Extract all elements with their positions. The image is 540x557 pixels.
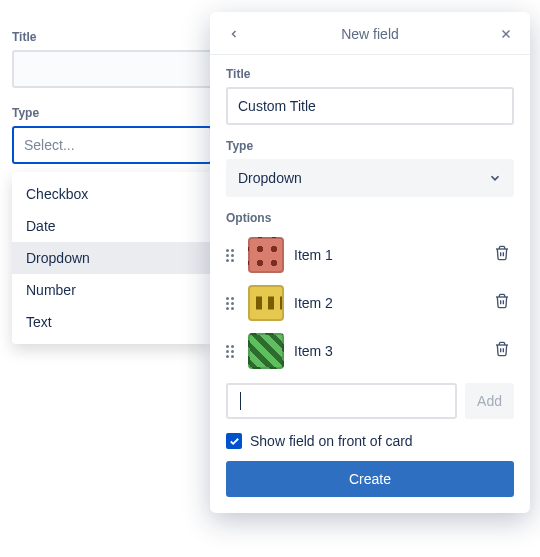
checkbox-label: Show field on front of card [250, 433, 413, 449]
option-label: Item 1 [294, 247, 484, 263]
new-field-modal: New field Title Type Dropdown Options It… [210, 12, 530, 513]
checkbox-checked[interactable] [226, 433, 242, 449]
type-select[interactable]: Select... [12, 126, 212, 164]
modal-title-label: Title [226, 67, 514, 81]
chevron-left-icon [228, 28, 240, 40]
type-label: Type [12, 106, 212, 120]
swatch-yellow[interactable] [248, 285, 284, 321]
modal-header: New field [210, 12, 530, 55]
swatch-green[interactable] [248, 333, 284, 369]
back-button[interactable] [224, 24, 244, 44]
trash-icon [494, 293, 510, 309]
option-row: Item 2 [226, 279, 514, 327]
dropdown-option-checkbox[interactable]: Checkbox [12, 178, 212, 210]
delete-button[interactable] [494, 341, 514, 361]
modal-title-input[interactable] [226, 87, 514, 125]
title-label: Title [12, 30, 212, 44]
modal-title: New field [341, 26, 399, 42]
option-row: Item 1 [226, 231, 514, 279]
delete-button[interactable] [494, 293, 514, 313]
drag-handle-icon[interactable] [226, 345, 238, 358]
drag-handle-icon[interactable] [226, 297, 238, 310]
background-form: Title Type Select... [12, 30, 212, 182]
create-button[interactable]: Create [226, 461, 514, 497]
delete-button[interactable] [494, 245, 514, 265]
modal-type-label: Type [226, 139, 514, 153]
add-option-button[interactable]: Add [465, 383, 514, 419]
select-placeholder: Select... [24, 137, 75, 153]
trash-icon [494, 341, 510, 357]
close-icon [499, 27, 513, 41]
dropdown-option-dropdown[interactable]: Dropdown [12, 242, 212, 274]
modal-type-select[interactable]: Dropdown [226, 159, 514, 197]
dropdown-option-number[interactable]: Number [12, 274, 212, 306]
type-dropdown-menu: Checkbox Date Dropdown Number Text [12, 172, 212, 344]
dropdown-option-date[interactable]: Date [12, 210, 212, 242]
add-option-input[interactable] [226, 383, 457, 419]
close-button[interactable] [496, 24, 516, 44]
drag-handle-icon[interactable] [226, 249, 238, 262]
option-label: Item 3 [294, 343, 484, 359]
chevron-down-icon [488, 171, 502, 185]
show-on-front-checkbox-row[interactable]: Show field on front of card [226, 433, 514, 449]
trash-icon [494, 245, 510, 261]
dropdown-option-text[interactable]: Text [12, 306, 212, 338]
title-input[interactable] [12, 50, 212, 88]
modal-type-value: Dropdown [238, 170, 302, 186]
options-label: Options [226, 211, 514, 225]
check-icon [229, 436, 240, 447]
text-cursor [240, 392, 241, 410]
option-row: Item 3 [226, 327, 514, 375]
option-label: Item 2 [294, 295, 484, 311]
swatch-red[interactable] [248, 237, 284, 273]
